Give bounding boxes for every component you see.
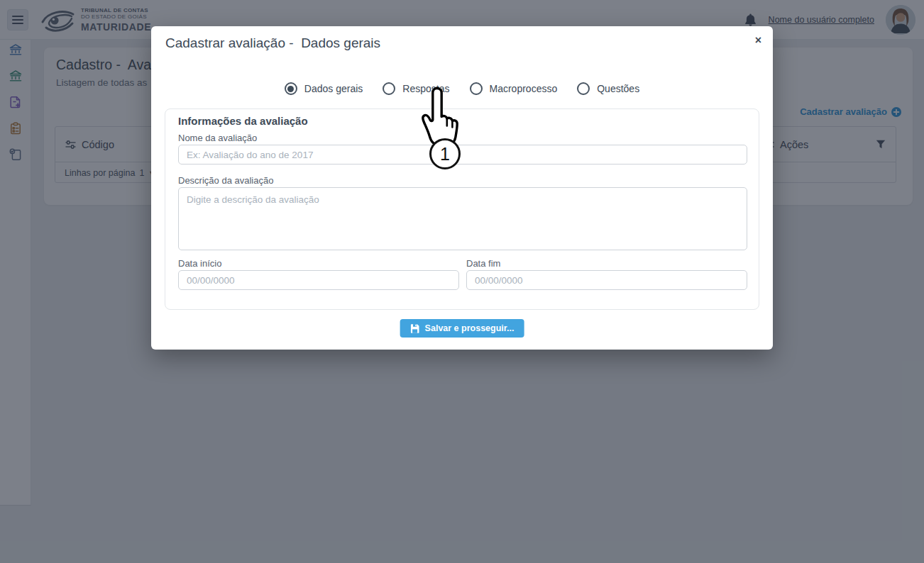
data-inicio-label: Data início (178, 258, 221, 269)
data-fim-label: Data fim (466, 258, 500, 269)
data-fim-input[interactable] (466, 270, 747, 290)
save-button[interactable]: Salvar e prosseguir... (400, 319, 524, 338)
step-label: Respostas (402, 83, 449, 94)
nome-avaliacao-input[interactable] (178, 145, 747, 165)
data-inicio-input[interactable] (178, 270, 459, 290)
step-radio-questoes[interactable]: Questões (577, 82, 639, 95)
descricao-avaliacao-textarea[interactable] (178, 187, 747, 250)
step-radio-group: Dados gerais Respostas Macroprocesso Que… (151, 82, 773, 95)
modal-title: Cadastrar avaliação - Dados gerais (165, 35, 380, 51)
radio-unselected-icon (383, 82, 395, 95)
step-radio-macroprocesso[interactable]: Macroprocesso (470, 82, 558, 95)
section-title: Informações da avaliação (178, 115, 308, 127)
radio-selected-icon (285, 82, 297, 95)
save-floppy-icon (410, 323, 420, 333)
step-radio-dados-gerais[interactable]: Dados gerais (285, 82, 363, 95)
step-label: Dados gerais (304, 83, 363, 94)
radio-unselected-icon (470, 82, 483, 95)
step-label: Questões (597, 83, 639, 94)
save-button-label: Salvar e prosseguir... (425, 323, 515, 333)
app-screen: TRIBUNAL DE CONTAS DO ESTADO DE GOIÁS MA… (0, 0, 924, 563)
step-radio-respostas[interactable]: Respostas (383, 82, 449, 95)
avaliacao-info-panel: Informações da avaliação Nome da avaliaç… (165, 108, 759, 310)
step-label: Macroprocesso (490, 83, 558, 94)
nome-avaliacao-label: Nome da avaliação (178, 133, 257, 143)
radio-unselected-icon (577, 82, 590, 95)
close-icon[interactable]: × (755, 35, 761, 46)
cadastrar-avaliacao-modal: Cadastrar avaliação - Dados gerais × Dad… (151, 26, 773, 350)
descricao-avaliacao-label: Descrição da avaliação (178, 175, 273, 186)
